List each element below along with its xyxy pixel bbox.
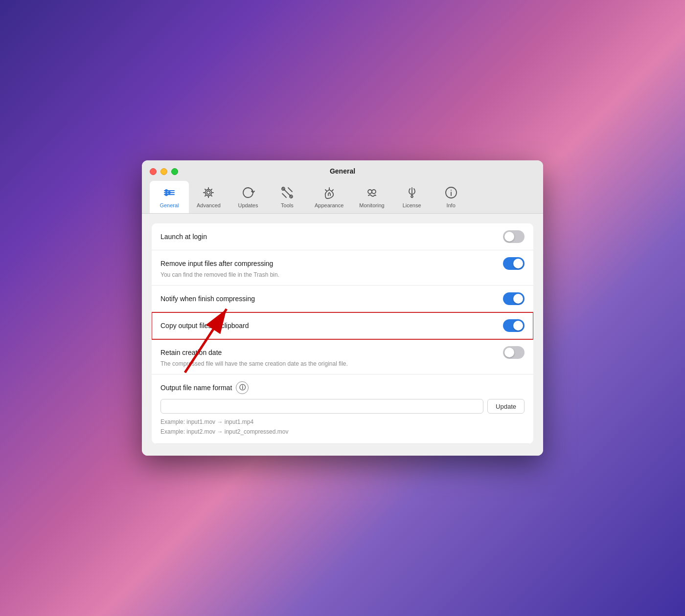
tab-tools-label: Tools [281, 202, 294, 208]
minimize-button[interactable] [160, 168, 167, 175]
tab-info[interactable]: Info [432, 181, 471, 213]
tab-appearance[interactable]: Appearance [307, 181, 351, 213]
svg-line-17 [325, 190, 327, 191]
tab-monitoring-label: Monitoring [359, 202, 384, 208]
output-format-input-row: Update [160, 399, 525, 414]
retain-creation-date-label: Retain creation date [160, 349, 222, 356]
tab-updates[interactable]: Updates [228, 181, 268, 213]
settings-window: General General [142, 160, 543, 455]
tab-advanced-label: Advanced [197, 202, 221, 208]
output-format-row: Output file name format ⓘ Update Example… [152, 374, 533, 443]
tab-updates-label: Updates [238, 202, 258, 208]
settings-content: Launch at login Remove input files after… [142, 214, 543, 455]
svg-point-9 [206, 190, 212, 196]
format-example-1: Example: input1.mov → input1.mp4 [160, 418, 525, 427]
svg-line-18 [332, 190, 333, 191]
license-icon [404, 185, 420, 200]
svg-point-24 [451, 190, 452, 191]
window-title: General [330, 167, 355, 175]
tab-info-label: Info [446, 202, 455, 208]
launch-at-login-label: Launch at login [160, 233, 207, 241]
output-format-input[interactable] [160, 399, 483, 414]
svg-line-12 [282, 194, 286, 198]
output-format-update-button[interactable]: Update [487, 399, 525, 414]
format-example-2: Example: input2.mov → input2_compressed.… [160, 427, 525, 437]
notify-finish-toggle[interactable] [503, 292, 525, 305]
tab-monitoring[interactable]: Monitoring [351, 181, 392, 213]
svg-point-5 [165, 190, 167, 192]
remove-input-files-row: Remove input files after compressing You… [152, 250, 533, 286]
tab-license[interactable]: License [392, 181, 432, 213]
svg-point-21 [411, 196, 413, 198]
remove-input-files-sublabel: You can find the removed file in the Tra… [160, 271, 279, 278]
output-format-header: Output file name format ⓘ [160, 381, 525, 394]
tab-general[interactable]: General [150, 181, 189, 213]
general-icon [161, 185, 177, 200]
tab-advanced[interactable]: Advanced [189, 181, 228, 213]
updates-icon [240, 185, 256, 200]
info-icon [443, 185, 459, 200]
svg-point-6 [168, 192, 170, 194]
retain-creation-date-toggle[interactable] [503, 346, 525, 359]
notify-finish-row: Notify when finish compressing [152, 286, 533, 312]
svg-line-11 [288, 188, 292, 192]
output-format-label: Output file name format [160, 384, 232, 392]
tab-tools[interactable]: Tools [268, 181, 307, 213]
tools-icon [279, 185, 295, 200]
tab-appearance-label: Appearance [315, 202, 343, 208]
svg-point-8 [207, 191, 210, 195]
svg-point-20 [372, 190, 376, 194]
svg-point-7 [165, 194, 167, 196]
advanced-icon [201, 185, 216, 200]
info-icon-char: ⓘ [239, 383, 246, 392]
retain-creation-date-top: Retain creation date [160, 346, 525, 359]
close-button[interactable] [150, 168, 157, 175]
copy-output-label: Copy output files to clipboard [160, 322, 249, 330]
svg-point-19 [368, 190, 372, 194]
tab-license-label: License [403, 202, 421, 208]
settings-panel: Launch at login Remove input files after… [152, 223, 533, 443]
appearance-icon [321, 185, 337, 200]
retain-creation-date-sublabel: The compressed file will have the same c… [160, 360, 348, 367]
notify-finish-label: Notify when finish compressing [160, 295, 255, 303]
output-format-info-button[interactable]: ⓘ [236, 381, 249, 394]
remove-input-files-toggle[interactable] [503, 257, 525, 270]
window-controls [150, 168, 178, 175]
remove-input-files-top: Remove input files after compressing [160, 257, 525, 270]
launch-at-login-row: Launch at login [152, 223, 533, 250]
copy-output-toggle[interactable] [503, 319, 525, 332]
copy-output-row: Copy output files to clipboard [152, 312, 533, 339]
remove-input-files-label: Remove input files after compressing [160, 260, 273, 267]
tab-general-label: General [160, 202, 179, 208]
titlebar: General General [142, 160, 543, 214]
maximize-button[interactable] [171, 168, 178, 175]
retain-creation-date-row: Retain creation date The compressed file… [152, 339, 533, 374]
toolbar: General Advanced [150, 181, 535, 213]
launch-at-login-toggle[interactable] [503, 230, 525, 243]
monitoring-icon [364, 185, 380, 200]
format-examples: Example: input1.mov → input1.mp4 Example… [160, 418, 525, 436]
